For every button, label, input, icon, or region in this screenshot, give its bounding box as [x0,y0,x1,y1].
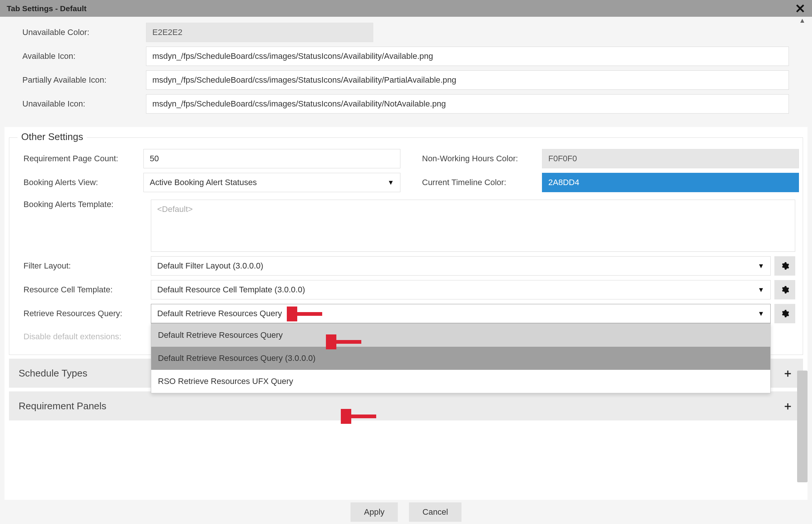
accordion-label: Requirement Panels [19,400,107,412]
chevron-down-icon: ▼ [387,179,394,187]
row-nonworking: Non-Working Hours Color: F0F0F0 [412,147,799,171]
retrieve-query-dropdown: Default Retrieve Resources Query Default… [151,323,771,393]
label-alerts-template: Booking Alerts Template: [13,200,151,209]
label-res-cell: Resource Cell Template: [13,285,151,295]
plus-icon: ＋ [782,398,793,414]
gear-icon [780,309,789,318]
plus-icon: ＋ [782,366,793,381]
partial-icon-field[interactable] [146,70,789,90]
accordion-requirement-panels[interactable]: Requirement Panels ＋ [9,391,803,420]
req-page-field[interactable] [143,149,400,168]
titlebar: Tab Settings - Default ✕ [0,0,812,17]
dropdown-option[interactable]: RSO Retrieve Resources UFX Query [151,370,770,393]
dialog-title: Tab Settings - Default [7,4,86,13]
chevron-down-icon: ▼ [758,262,764,270]
alerts-view-value: Active Booking Alert Statuses [150,178,257,187]
unavailable-color-field[interactable]: E2E2E2 [146,23,373,42]
retrieve-query-gear-button[interactable] [774,304,795,323]
row-unavailable-color: Unavailable Color: E2E2E2 [8,20,804,44]
unavailable-icon-field[interactable] [146,94,789,114]
res-cell-select[interactable]: Default Resource Cell Template (3.0.0.0)… [151,280,771,299]
filter-layout-select[interactable]: Default Filter Layout (3.0.0.0) ▼ [151,256,771,276]
row-res-cell: Resource Cell Template: Default Resource… [13,278,799,302]
close-icon[interactable]: ✕ [795,2,805,15]
label-alerts-view: Booking Alerts View: [13,178,143,187]
row-retrieve-query: Retrieve Resources Query: Default Retrie… [13,302,799,325]
chevron-down-icon: ▼ [758,286,764,294]
retrieve-query-select[interactable]: Default Retrieve Resources Query ▼ [151,304,771,323]
res-cell-value: Default Resource Cell Template (3.0.0.0) [157,285,305,295]
label-filter-layout: Filter Layout: [13,261,151,271]
gear-icon [780,261,789,270]
scrollbar-thumb[interactable] [797,371,808,482]
col-right: Non-Working Hours Color: F0F0F0 Current … [412,147,799,194]
gear-icon [780,285,789,294]
chevron-down-icon: ▼ [758,310,764,318]
other-settings-legend: Other Settings [18,131,87,143]
dialog-body: ▲ Unavailable Color: E2E2E2 Available Ic… [0,17,812,500]
row-unavailable-icon: Unavailable Icon: [8,92,804,116]
label-unavailable-icon: Unavailable Icon: [8,99,146,109]
row-timeline: Current Timeline Color: 2A8DD4 [412,171,799,194]
row-alerts-view: Booking Alerts View: Active Booking Aler… [13,171,400,194]
label-partial-icon: Partially Available Icon: [8,75,146,85]
accordion-label: Schedule Types [19,368,88,379]
availability-fields: Unavailable Color: E2E2E2 Available Icon… [4,17,808,127]
label-unavailable-color: Unavailable Color: [8,28,146,37]
alerts-view-select[interactable]: Active Booking Alert Statuses ▼ [143,173,400,192]
row-alerts-template: Booking Alerts Template: <Default> [13,194,799,254]
label-retrieve-query: Retrieve Resources Query: [13,309,151,318]
label-disable-ext: Disable default extensions: [13,332,151,342]
row-req-page: Requirement Page Count: [13,147,400,171]
dropdown-option[interactable]: Default Retrieve Resources Query [151,324,770,347]
tab-settings-dialog: Tab Settings - Default ✕ ▲ Unavailable C… [0,0,812,524]
available-icon-field[interactable] [146,47,789,66]
dialog-footer: Apply Cancel [0,500,812,524]
cancel-button[interactable]: Cancel [409,502,461,522]
alerts-template-area[interactable]: <Default> [151,200,795,252]
label-timeline: Current Timeline Color: [412,178,542,187]
label-nonworking: Non-Working Hours Color: [412,154,542,163]
other-settings-group: Other Settings Requirement Page Count: B… [9,137,803,355]
filter-layout-value: Default Filter Layout (3.0.0.0) [157,261,263,271]
label-available-icon: Available Icon: [8,51,146,61]
dropdown-option[interactable]: Default Retrieve Resources Query (3.0.0.… [151,347,770,370]
timeline-color-field[interactable]: 2A8DD4 [542,173,799,192]
scroll-up-icon[interactable]: ▲ [797,17,808,27]
row-available-icon: Available Icon: [8,44,804,68]
col-left: Requirement Page Count: Booking Alerts V… [13,147,400,194]
content: ▲ Unavailable Color: E2E2E2 Available Ic… [4,17,808,500]
label-req-page: Requirement Page Count: [13,154,143,163]
other-two-col: Requirement Page Count: Booking Alerts V… [13,147,799,194]
filter-layout-gear-button[interactable] [774,256,795,276]
apply-button[interactable]: Apply [351,502,398,522]
res-cell-gear-button[interactable] [774,280,795,299]
row-partial-icon: Partially Available Icon: [8,68,804,92]
retrieve-query-value: Default Retrieve Resources Query [157,309,282,318]
nonworking-color-field[interactable]: F0F0F0 [542,149,799,168]
row-filter-layout: Filter Layout: Default Filter Layout (3.… [13,254,799,278]
